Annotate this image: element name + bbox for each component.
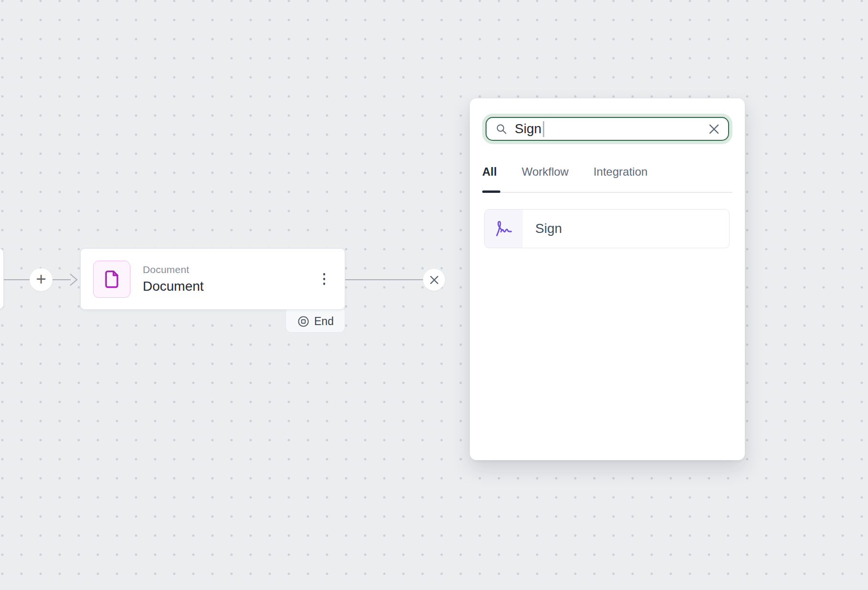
result-label: Sign: [535, 210, 562, 248]
file-icon: [101, 269, 122, 290]
arrow-right-icon: [69, 273, 78, 287]
tabs-divider: [482, 192, 732, 193]
delete-edge-button[interactable]: [423, 269, 445, 291]
document-node-text: Document Document: [143, 264, 204, 294]
tab-workflow[interactable]: Workflow: [522, 165, 569, 179]
tab-integration[interactable]: Integration: [593, 165, 647, 179]
signature-icon: [493, 218, 515, 240]
node-menu-button[interactable]: [310, 249, 339, 309]
search-input-value: Sign: [515, 121, 541, 137]
category-tabs: All Workflow Integration: [482, 165, 647, 179]
edge-line-right: [345, 279, 423, 280]
clear-search-button[interactable]: [708, 123, 720, 136]
signature-icon-box: [485, 210, 523, 248]
stop-circle-icon: [297, 315, 310, 328]
plus-icon: +: [36, 270, 46, 288]
tab-all[interactable]: All: [482, 165, 497, 179]
search-input[interactable]: Sign: [486, 117, 729, 141]
end-badge-label: End: [314, 315, 334, 328]
close-icon: [708, 123, 720, 136]
kebab-menu-icon: [323, 278, 326, 280]
document-node-icon-box: [93, 261, 130, 298]
node-type-label: Document: [143, 264, 204, 275]
node-title: Document: [143, 279, 204, 294]
add-node-button[interactable]: +: [30, 268, 53, 291]
node-picker-panel: Sign All Workflow Integration: [470, 98, 745, 460]
search-icon: [495, 123, 508, 136]
search-result-sign[interactable]: Sign: [484, 209, 730, 248]
text-caret: [543, 121, 544, 137]
previous-node-partial[interactable]: [0, 248, 4, 309]
search-focus-ring: Sign: [482, 114, 732, 144]
active-tab-underline: [482, 190, 500, 193]
document-node[interactable]: Document Document: [80, 248, 345, 310]
close-icon: [429, 274, 440, 285]
kebab-menu-icon: [323, 273, 326, 275]
kebab-menu-icon: [323, 283, 326, 285]
workflow-canvas[interactable]: + Document Document End: [0, 0, 868, 590]
